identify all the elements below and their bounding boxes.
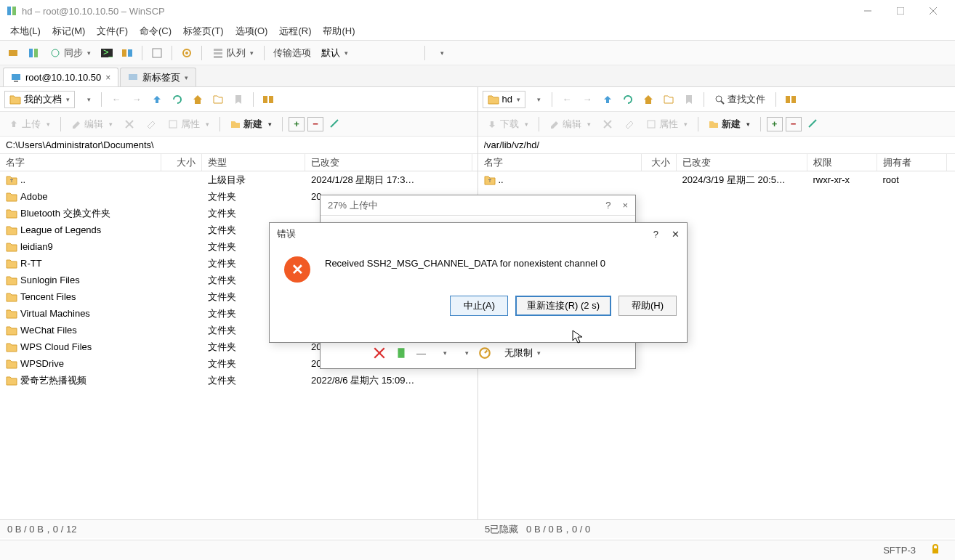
session-tab-active[interactable]: root@10.10.10.50 × — [3, 68, 118, 86]
menu-remote[interactable]: 远程(R) — [275, 23, 315, 40]
delete-icon[interactable] — [598, 117, 617, 131]
up-icon[interactable] — [148, 91, 166, 108]
home-icon[interactable] — [640, 91, 657, 108]
abort-button[interactable]: 中止(A) — [450, 296, 508, 316]
cancel-icon[interactable] — [373, 346, 386, 360]
gear-icon[interactable] — [178, 44, 196, 62]
col-changed[interactable]: 已改变 — [677, 154, 807, 171]
compare-icon[interactable] — [118, 44, 136, 62]
maximize-button[interactable] — [884, 0, 916, 22]
forward-icon[interactable]: → — [128, 91, 145, 108]
col-size[interactable]: 大小 — [161, 154, 202, 171]
remote-dir-dropdown[interactable]: hd — [483, 91, 525, 108]
deselect-all-icon[interactable]: − — [786, 117, 802, 131]
help-icon[interactable]: ? — [605, 200, 611, 211]
find-files-button[interactable]: 查找文件 — [710, 91, 770, 108]
up-icon[interactable] — [599, 91, 616, 108]
toolbar-icon[interactable] — [25, 44, 42, 62]
queue-button[interactable]: 队列 — [208, 45, 258, 61]
rename-icon[interactable] — [620, 117, 639, 131]
edit-button[interactable]: 编辑 — [545, 115, 595, 133]
sync-browse-icon[interactable] — [782, 91, 799, 108]
refresh-icon[interactable] — [431, 44, 448, 62]
menu-command[interactable]: 命令(C) — [135, 23, 176, 40]
back-icon[interactable]: ← — [108, 91, 125, 108]
upload-button[interactable]: 上传 — [4, 115, 55, 133]
invert-sel-icon[interactable] — [326, 115, 344, 133]
help-button[interactable]: 帮助(H) — [618, 296, 677, 316]
toolbar-icon[interactable] — [148, 44, 166, 62]
invert-sel-icon[interactable] — [805, 115, 822, 133]
local-path-input[interactable] — [6, 139, 472, 150]
minimize-button[interactable] — [851, 0, 884, 22]
select-all-icon[interactable]: + — [289, 117, 305, 131]
menu-file[interactable]: 文件(F) — [92, 23, 132, 40]
download-button[interactable]: 下载 — [483, 115, 533, 133]
drive-dropdown-icon[interactable] — [78, 91, 95, 108]
reconnect-button[interactable]: 重新连接(R) (2 s) — [515, 296, 611, 316]
monitor-icon — [128, 73, 138, 83]
col-owner[interactable]: 拥有者 — [877, 154, 947, 171]
col-changed[interactable]: 已改变 — [305, 154, 472, 171]
col-name[interactable]: 名字 — [0, 154, 161, 171]
home-icon[interactable] — [189, 91, 206, 108]
remote-list-header: 名字 大小 已改变 权限 拥有者 — [478, 154, 956, 171]
properties-button[interactable]: 属性 — [164, 115, 214, 133]
close-icon[interactable]: ✕ — [672, 229, 680, 240]
select-all-icon[interactable]: + — [767, 117, 783, 131]
svg-rect-6 — [9, 50, 17, 56]
speed-limit-dropdown[interactable]: 无限制 — [500, 345, 545, 361]
svg-text:>_: >_ — [103, 47, 113, 57]
col-perm[interactable]: 权限 — [807, 154, 877, 171]
svg-rect-17 — [214, 52, 222, 54]
local-status-bar: 0 B / 0 B，0 / 12 — [0, 519, 478, 538]
minimize-icon[interactable] — [395, 346, 408, 360]
local-dir-dropdown[interactable]: 我的文档 — [4, 91, 75, 108]
speed-icon[interactable] — [478, 346, 491, 360]
bookmark-icon[interactable] — [680, 91, 698, 108]
terminal-icon[interactable]: >_ — [98, 44, 116, 62]
error-dialog: 错误 ? ✕ ✕ Received SSH2_MSG_CHANNEL_DATA … — [269, 222, 688, 343]
new-button[interactable]: 新建 — [226, 115, 276, 133]
deselect-all-icon[interactable]: − — [307, 117, 323, 131]
col-size[interactable]: 大小 — [642, 154, 677, 171]
menu-tabs[interactable]: 标签页(T) — [179, 23, 228, 40]
new-button[interactable]: 新建 — [704, 115, 754, 133]
refresh-icon[interactable] — [169, 91, 186, 108]
col-name[interactable]: 名字 — [478, 154, 642, 171]
close-icon[interactable]: × — [622, 200, 628, 211]
tab-close-icon[interactable]: × — [105, 73, 110, 83]
svg-rect-24 — [269, 96, 273, 103]
forward-icon[interactable]: → — [579, 91, 596, 108]
remote-path-input[interactable] — [484, 139, 950, 150]
toolbar-icon[interactable] — [456, 346, 470, 360]
new-tab-button[interactable]: 新标签页 ▾ — [120, 68, 196, 86]
rename-icon[interactable] — [142, 117, 161, 131]
toolbar-icon[interactable] — [4, 44, 22, 62]
svg-rect-21 — [129, 74, 137, 80]
menu-mark[interactable]: 标记(M) — [48, 23, 90, 40]
menu-help[interactable]: 帮助(H) — [318, 23, 359, 40]
app-icon — [6, 5, 17, 17]
sync-browse-icon[interactable] — [259, 91, 277, 108]
help-icon[interactable]: ? — [653, 229, 658, 240]
edit-button[interactable]: 编辑 — [67, 115, 117, 133]
root-icon[interactable] — [209, 91, 227, 108]
menu-local[interactable]: 本地(L) — [6, 23, 45, 40]
properties-button[interactable]: 属性 — [642, 115, 692, 133]
list-item[interactable]: ..2024/3/19 星期二 20:5…rwxr-xr-xroot — [478, 171, 956, 188]
root-icon[interactable] — [660, 91, 677, 108]
sync-button[interactable]: 同步 — [45, 45, 95, 61]
toolbar-icon[interactable] — [435, 346, 448, 360]
close-button[interactable] — [916, 0, 949, 22]
menu-options[interactable]: 选项(O) — [231, 23, 273, 40]
col-type[interactable]: 类型 — [202, 154, 305, 171]
bookmark-icon[interactable] — [230, 91, 247, 108]
delete-icon[interactable] — [120, 117, 139, 131]
refresh-icon[interactable] — [619, 91, 637, 108]
list-item[interactable]: 爱奇艺热播视频文件夹2022/8/6 星期六 15:09… — [0, 372, 478, 389]
drive-dropdown-icon[interactable] — [528, 91, 546, 108]
transfer-preset-dropdown[interactable]: 默认 — [317, 45, 419, 61]
list-item[interactable]: ..上级目录2024/1/28 星期日 17:3… — [0, 171, 478, 188]
back-icon[interactable]: ← — [558, 91, 576, 108]
